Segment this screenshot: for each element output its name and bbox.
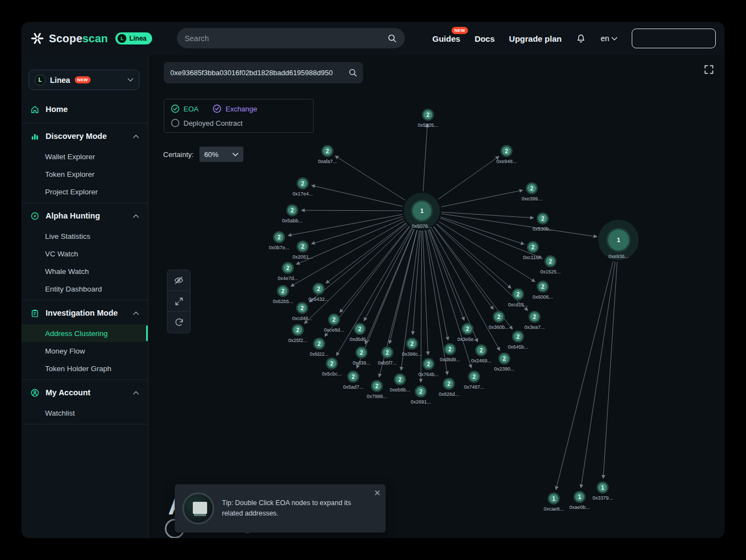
node-address-label: 0x645b... [508,344,528,350]
nav-guides[interactable]: Guides NEW [432,34,460,43]
graph-node[interactable]: 20x0b7e... [273,231,285,243]
legend-deployed-contract[interactable]: Deployed Contract [171,119,243,127]
sidebar-item-alpha-hunting[interactable]: Alpha Hunting [21,204,148,227]
hide-labels-button[interactable] [168,270,190,291]
network-selector[interactable]: L Linea NEW [29,70,140,90]
sidebar-item-discovery-mode[interactable]: Discovery Mode [21,125,148,148]
graph-node[interactable]: 20x5ad7... [347,371,359,383]
chain-badge[interactable]: L Linea [115,32,152,44]
node-address-label: 0xeb8b... [389,387,410,393]
graph-node[interactable]: 20xeb8b... [394,373,406,385]
search-icon[interactable] [348,68,358,77]
chevron-up-icon [133,391,139,395]
graph-node[interactable]: 10xe936... [606,228,631,252]
graph-node[interactable]: 20xe948... [500,145,513,157]
home-icon [30,105,40,114]
fullscreen-icon[interactable] [703,64,715,77]
graph-node[interactable]: 20x360b... [493,311,505,323]
graph-node[interactable]: 20x2469... [475,344,487,356]
node-address-label: 0xcd48... [292,316,313,321]
sidebar-item-watchlist[interactable]: Watchlist [21,404,148,422]
graph-node[interactable]: 20x17e4... [297,177,309,189]
graph-node[interactable]: 20xfd22... [313,338,325,350]
graph-node[interactable]: 10xae0b... [574,491,586,503]
notifications-bell-icon[interactable] [576,33,586,44]
graph-node[interactable]: 20xcd15... [512,288,524,300]
nav-upgrade-plan[interactable]: Upgrade plan [509,34,562,43]
graph-node[interactable]: 20xd6d6... [354,323,366,335]
sidebar-item-whale-watch[interactable]: Whale Watch [21,262,148,280]
sidebar-item-live-statistics[interactable]: Live Statistics [21,227,148,245]
expand-icon [174,296,184,306]
sidebar-item-wallet-explorer[interactable]: Wallet Explorer [21,148,148,165]
graph-node[interactable]: 20x4e7d... [282,262,294,274]
certainty-value: 60% [204,150,219,159]
graph-node[interactable]: 20x530b... [537,212,549,225]
sidebar-item-project-explorer[interactable]: Project Explorer [21,183,148,200]
logo[interactable]: Scopescan L Linea [30,31,152,46]
graph-node[interactable]: 10x5076... [411,200,433,222]
graph-node[interactable]: 20x62b5... [277,285,289,297]
graph-node[interactable]: 20xafa7... [321,145,333,157]
graph-node[interactable]: 20x2051... [297,240,309,253]
sidebar-item-token-holder-graph[interactable]: Token Holder Graph [21,360,148,377]
node-address-label: 0x398c... [402,351,422,357]
sidebar-item-home[interactable]: Home [21,98,148,121]
node-address-label: 0x2390... [494,366,514,372]
graph-node[interactable]: 20x5abb... [286,204,298,216]
nav-docs[interactable]: Docs [475,34,495,43]
graph-node[interactable]: 20xcd48... [296,302,308,314]
graph-node[interactable]: 10xcae8... [548,492,560,505]
sidebar-item-address-clustering[interactable]: Address Clustering [21,324,148,342]
sidebar-item-my-account[interactable]: My Account [21,381,148,404]
header-search-input[interactable] [185,34,387,43]
graph-node[interactable]: 20x2390... [498,352,510,365]
sidebar-item-entity-dashboard[interactable]: Entity Dashboard [21,280,148,298]
graph-node[interactable]: 20x6006... [537,281,549,293]
fit-view-button[interactable] [168,291,190,312]
graph-node[interactable]: 20x2691... [415,385,427,397]
node-count: 2 [321,145,333,157]
graph-node[interactable]: 20xce8d... [328,313,340,326]
graph-node[interactable]: 20x1525... [544,255,556,267]
node-count: 2 [286,204,298,216]
connect-wallet-button[interactable] [632,29,716,48]
graph-node[interactable]: 20x6432... [313,283,325,295]
search-icon[interactable] [387,33,397,43]
certainty-dropdown[interactable]: 60% [199,147,243,162]
graph-node[interactable]: 20x398c... [406,338,418,350]
sidebar-item-vc-watch[interactable]: VC Watch [21,245,148,262]
chart-icon [30,132,40,141]
graph-node[interactable]: 20xb5f7... [381,346,393,359]
graph-node[interactable]: 20xd39... [355,346,368,359]
node-count: 2 [282,262,294,274]
graph-node[interactable]: 20x7487... [468,371,480,383]
node-count: 2 [422,358,435,370]
legend-eoa[interactable]: EOA [171,104,198,113]
graph-node[interactable]: 20x3ea7... [528,311,541,323]
graph-node[interactable]: 20x3e5e... [461,323,474,335]
graph-node[interactable]: 20xe399... [526,182,538,194]
node-address-label: 0x7487... [464,384,484,390]
sidebar-item-investigation-mode[interactable]: Investigation Mode [21,301,148,324]
sidebar-item-token-explorer[interactable]: Token Explorer [21,165,148,183]
graph-node[interactable]: 20xd8d9... [444,343,456,355]
sidebar-item-money-flow[interactable]: Money Flow [21,342,148,360]
graph-node[interactable]: 20xc116... [527,241,539,253]
legend-exchange[interactable]: Exchange [213,104,257,113]
graph-node[interactable]: 20x645b... [512,331,524,343]
check-circle-icon [171,104,180,113]
graph-node[interactable]: 20x5805... [422,109,434,121]
graph-node[interactable]: 20x7988... [371,380,383,392]
node-address-label: 0x2051... [292,254,313,260]
address-input[interactable] [170,69,348,77]
graph-node[interactable]: 20x5cbc... [326,357,338,369]
graph-node[interactable]: 10x3379... [597,481,609,494]
graph-node[interactable]: 20x826d... [443,378,455,390]
node-count: 2 [354,323,366,335]
refresh-button[interactable] [168,312,190,333]
graph-node[interactable]: 20x764b... [422,358,435,370]
language-selector[interactable]: en [600,34,617,43]
graph-node[interactable]: 20x25f2... [292,324,304,336]
close-icon[interactable]: ✕ [374,489,381,497]
